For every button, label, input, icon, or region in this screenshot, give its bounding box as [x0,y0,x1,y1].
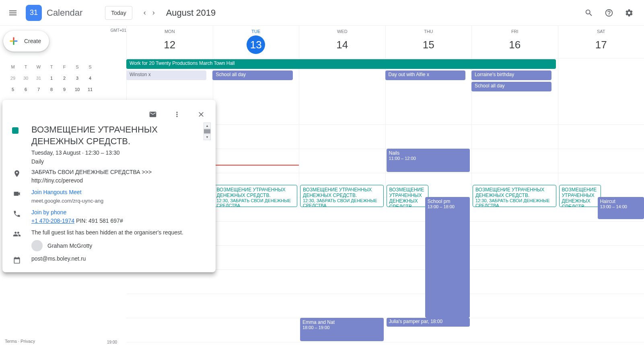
next-week-button[interactable]: › [149,5,158,20]
day-header[interactable]: WED14 [299,26,385,58]
event[interactable]: School pm13:00 – 18:00 [425,197,470,318]
day-column-thu[interactable]: Nails11:00 – 12:00 ВОЗМЕЩЕНИЕ УТРАЧЕННЫХ… [385,92,472,189]
options-icon[interactable] [169,106,185,122]
search-icon[interactable] [580,4,597,21]
event[interactable]: Emma and Nat18:00 – 19:00 [300,318,384,341]
allday-event[interactable]: Day out with Alfie x [385,70,465,80]
settings-icon[interactable] [621,4,638,21]
guest-name: Graham McGrotty [47,242,92,250]
day-column-fri[interactable]: ВОЗМЕЩЕНИЕ УТРАЧЕННЫХ ДЕНЕЖНЫХ СРЕДСТВ.1… [471,92,558,189]
avatar [31,240,43,251]
event-title: ВОЗМЕЩЕНИЕ УТРАЧЕННЫХ ДЕНЕЖНЫХ СРЕДСТВ. [31,124,209,147]
video-icon [9,188,25,205]
allday-event[interactable]: Winston x [126,70,206,80]
current-range-label: August 2019 [166,8,216,18]
timezone-label: GMT+01 [103,28,126,33]
hour-label: 19:00 [107,340,117,344]
email-guests-icon[interactable] [145,106,161,122]
join-phone-link[interactable]: Join by phone [31,209,66,215]
day-column-wed[interactable]: ВОЗМЕЩЕНИЕ УТРАЧЕННЫХ ДЕНЕЖНЫХ СРЕДСТВ.1… [299,92,385,189]
close-icon[interactable] [193,106,209,122]
phone-icon [9,208,25,225]
event-details-popup: ▲ ▼ ВОЗМЕЩЕНИЕ УТРАЧЕННЫХ ДЕНЕЖНЫХ СРЕДС… [2,100,216,272]
guests-icon [9,228,25,251]
create-label: Create [24,38,41,44]
event-location: ЗАБРАТЬ СВОИ ДЕНЕЖНЫЕ СРЕДСТВА >>> [31,169,152,175]
guests-hidden-text: The full guest list has been hidden at t… [31,229,183,236]
meet-url: meet.google.com/zrq-uync-ang [31,198,103,204]
day-headers: MON12TUE13WED14THU15FRI16SAT17 [126,26,644,58]
app-header: 31 Calendar Today ‹ › August 2019 [0,0,644,26]
footer-links[interactable]: Terms · Privacy [5,339,35,344]
popup-scrollbar[interactable]: ▲ ▼ [204,122,211,140]
week-nav: ‹ › [140,5,158,20]
create-button[interactable]: Create [3,31,49,52]
event[interactable]: ВОЗМЕЩЕНИЕ УТРАЧЕННЫХ ДЕНЕЖНЫХ СРЕДСТВ.1… [214,185,298,207]
event-location-url: http://tiny.cc/perevod [31,177,83,184]
help-icon[interactable] [601,4,617,21]
mini-calendar[interactable]: MTWTFSS 2930311234 567891011 [3,61,103,95]
scroll-down-icon[interactable]: ▼ [204,134,211,140]
app-logo: 31 Calendar [26,5,82,21]
event[interactable]: Julia's pamper par, 18:00 [387,318,470,327]
event[interactable]: ВОЗМЕЩЕНИЕ УТРАЧЕННЫХ ДЕНЕЖНЫХ СРЕДСТВ.1… [473,185,556,207]
location-icon [9,168,25,185]
event-time: Tuesday, 13 August · 12:30 – 13:30 [31,149,209,156]
allday-event[interactable]: Lorraine's birthday [471,70,551,80]
main-menu-button[interactable] [3,3,23,23]
day-header[interactable]: THU15 [385,26,472,58]
event[interactable]: Haircut13:00 – 14:00 [598,197,644,219]
prev-week-button[interactable]: ‹ [140,5,149,20]
phone-pin: PIN: 491 581 697# [74,218,123,224]
today-button[interactable]: Today [105,6,132,20]
app-title: Calendar [47,8,82,18]
plus-icon [8,35,19,47]
day-header[interactable]: MON12 [126,26,213,58]
event[interactable]: Nails11:00 – 12:00 [387,149,470,172]
day-column-sat[interactable]: ВОЗМЕЩЕНИЕ УТРАЧЕННЫХ ДЕНЕЖНЫХ СРЕДСТВ.1… [558,92,644,189]
phone-number[interactable]: +1 470-208-1974 [31,218,74,224]
organiser-email: post@ms.boley.net.ru [31,255,209,264]
day-header[interactable]: SAT17 [558,26,644,58]
allday-event[interactable]: School all day [212,70,292,80]
event[interactable]: ВОЗМЕЩЕНИЕ УТРАЧЕННЫХ ДЕНЕЖНЫХ СРЕДСТВ.1… [387,185,429,207]
allday-section: Work for 20 Twenty Productions March Tow… [126,58,644,92]
day-header[interactable]: FRI16 [471,26,558,58]
join-meet-link[interactable]: Join Hangouts Meet [31,189,82,195]
scroll-up-icon[interactable]: ▲ [204,122,211,129]
calendar-logo-icon: 31 [26,5,42,21]
day-column-tue[interactable]: ВОЗМЕЩЕНИЕ УТРАЧЕННЫХ ДЕНЕЖНЫХ СРЕДСТВ.1… [213,92,299,189]
event-recurrence: Daily [31,158,209,165]
event-color-icon [12,127,19,134]
day-header[interactable]: TUE13 [213,26,299,58]
allday-event[interactable]: School all day [471,82,551,91]
allday-event[interactable]: Work for 20 Twenty Productions March Tow… [126,59,556,69]
event[interactable]: ВОЗМЕЩЕНИЕ УТРАЧЕННЫХ ДЕНЕЖНЫХ СРЕДСТВ.1… [559,185,601,207]
calendar-icon [9,255,25,264]
event[interactable]: ВОЗМЕЩЕНИЕ УТРАЧЕННЫХ ДЕНЕЖНЫХ СРЕДСТВ.1… [300,185,384,207]
